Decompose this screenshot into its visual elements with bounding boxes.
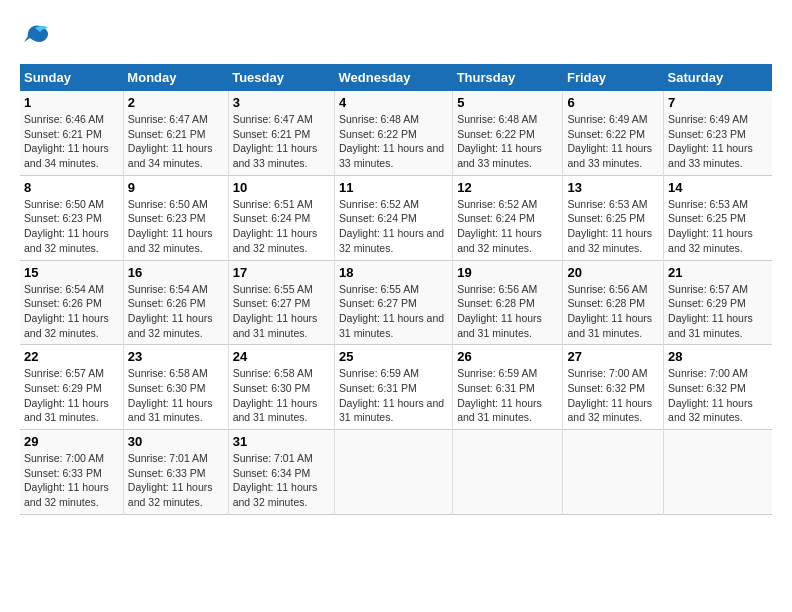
day-info: Sunrise: 7:01 AMSunset: 6:33 PMDaylight:…: [128, 451, 224, 510]
day-info: Sunrise: 6:46 AMSunset: 6:21 PMDaylight:…: [24, 112, 119, 171]
day-cell: 6 Sunrise: 6:49 AMSunset: 6:22 PMDayligh…: [563, 91, 664, 175]
day-cell: 19 Sunrise: 6:56 AMSunset: 6:28 PMDaylig…: [453, 260, 563, 345]
day-cell: 23 Sunrise: 6:58 AMSunset: 6:30 PMDaylig…: [123, 345, 228, 430]
day-number: 1: [24, 95, 119, 110]
day-cell: 29 Sunrise: 7:00 AMSunset: 6:33 PMDaylig…: [20, 430, 123, 515]
day-number: 30: [128, 434, 224, 449]
day-cell: 18 Sunrise: 6:55 AMSunset: 6:27 PMDaylig…: [335, 260, 453, 345]
column-header-wednesday: Wednesday: [335, 64, 453, 91]
page-header: [20, 20, 772, 48]
day-cell: 2 Sunrise: 6:47 AMSunset: 6:21 PMDayligh…: [123, 91, 228, 175]
week-row-4: 22 Sunrise: 6:57 AMSunset: 6:29 PMDaylig…: [20, 345, 772, 430]
day-info: Sunrise: 6:57 AMSunset: 6:29 PMDaylight:…: [668, 282, 768, 341]
day-info: Sunrise: 6:59 AMSunset: 6:31 PMDaylight:…: [457, 366, 558, 425]
day-cell: 4 Sunrise: 6:48 AMSunset: 6:22 PMDayligh…: [335, 91, 453, 175]
day-cell: 24 Sunrise: 6:58 AMSunset: 6:30 PMDaylig…: [228, 345, 334, 430]
day-number: 14: [668, 180, 768, 195]
day-cell: [453, 430, 563, 515]
day-cell: 14 Sunrise: 6:53 AMSunset: 6:25 PMDaylig…: [664, 175, 772, 260]
day-number: 13: [567, 180, 659, 195]
day-info: Sunrise: 6:58 AMSunset: 6:30 PMDaylight:…: [233, 366, 330, 425]
day-cell: 26 Sunrise: 6:59 AMSunset: 6:31 PMDaylig…: [453, 345, 563, 430]
day-info: Sunrise: 6:56 AMSunset: 6:28 PMDaylight:…: [457, 282, 558, 341]
day-number: 16: [128, 265, 224, 280]
day-info: Sunrise: 6:55 AMSunset: 6:27 PMDaylight:…: [233, 282, 330, 341]
day-number: 26: [457, 349, 558, 364]
day-cell: 31 Sunrise: 7:01 AMSunset: 6:34 PMDaylig…: [228, 430, 334, 515]
day-number: 25: [339, 349, 448, 364]
day-info: Sunrise: 6:55 AMSunset: 6:27 PMDaylight:…: [339, 282, 448, 341]
day-info: Sunrise: 6:50 AMSunset: 6:23 PMDaylight:…: [128, 197, 224, 256]
week-row-3: 15 Sunrise: 6:54 AMSunset: 6:26 PMDaylig…: [20, 260, 772, 345]
day-cell: 16 Sunrise: 6:54 AMSunset: 6:26 PMDaylig…: [123, 260, 228, 345]
day-info: Sunrise: 6:53 AMSunset: 6:25 PMDaylight:…: [567, 197, 659, 256]
day-cell: [664, 430, 772, 515]
day-cell: 28 Sunrise: 7:00 AMSunset: 6:32 PMDaylig…: [664, 345, 772, 430]
day-info: Sunrise: 6:50 AMSunset: 6:23 PMDaylight:…: [24, 197, 119, 256]
day-number: 28: [668, 349, 768, 364]
day-number: 8: [24, 180, 119, 195]
day-number: 23: [128, 349, 224, 364]
day-number: 2: [128, 95, 224, 110]
day-info: Sunrise: 7:00 AMSunset: 6:33 PMDaylight:…: [24, 451, 119, 510]
day-info: Sunrise: 6:49 AMSunset: 6:23 PMDaylight:…: [668, 112, 768, 171]
day-number: 6: [567, 95, 659, 110]
day-number: 15: [24, 265, 119, 280]
day-cell: 1 Sunrise: 6:46 AMSunset: 6:21 PMDayligh…: [20, 91, 123, 175]
day-cell: 8 Sunrise: 6:50 AMSunset: 6:23 PMDayligh…: [20, 175, 123, 260]
day-info: Sunrise: 6:57 AMSunset: 6:29 PMDaylight:…: [24, 366, 119, 425]
day-cell: 13 Sunrise: 6:53 AMSunset: 6:25 PMDaylig…: [563, 175, 664, 260]
day-info: Sunrise: 7:00 AMSunset: 6:32 PMDaylight:…: [668, 366, 768, 425]
day-cell: 9 Sunrise: 6:50 AMSunset: 6:23 PMDayligh…: [123, 175, 228, 260]
day-info: Sunrise: 6:51 AMSunset: 6:24 PMDaylight:…: [233, 197, 330, 256]
day-number: 24: [233, 349, 330, 364]
day-number: 11: [339, 180, 448, 195]
day-cell: [563, 430, 664, 515]
day-cell: 20 Sunrise: 6:56 AMSunset: 6:28 PMDaylig…: [563, 260, 664, 345]
day-number: 5: [457, 95, 558, 110]
day-cell: 12 Sunrise: 6:52 AMSunset: 6:24 PMDaylig…: [453, 175, 563, 260]
day-cell: 21 Sunrise: 6:57 AMSunset: 6:29 PMDaylig…: [664, 260, 772, 345]
day-cell: 22 Sunrise: 6:57 AMSunset: 6:29 PMDaylig…: [20, 345, 123, 430]
day-cell: 11 Sunrise: 6:52 AMSunset: 6:24 PMDaylig…: [335, 175, 453, 260]
column-header-tuesday: Tuesday: [228, 64, 334, 91]
day-info: Sunrise: 6:52 AMSunset: 6:24 PMDaylight:…: [339, 197, 448, 256]
day-info: Sunrise: 6:48 AMSunset: 6:22 PMDaylight:…: [457, 112, 558, 171]
day-cell: 5 Sunrise: 6:48 AMSunset: 6:22 PMDayligh…: [453, 91, 563, 175]
day-info: Sunrise: 6:56 AMSunset: 6:28 PMDaylight:…: [567, 282, 659, 341]
day-info: Sunrise: 6:54 AMSunset: 6:26 PMDaylight:…: [24, 282, 119, 341]
day-cell: 25 Sunrise: 6:59 AMSunset: 6:31 PMDaylig…: [335, 345, 453, 430]
day-info: Sunrise: 6:52 AMSunset: 6:24 PMDaylight:…: [457, 197, 558, 256]
day-number: 21: [668, 265, 768, 280]
column-header-saturday: Saturday: [664, 64, 772, 91]
column-header-thursday: Thursday: [453, 64, 563, 91]
day-number: 7: [668, 95, 768, 110]
day-info: Sunrise: 6:48 AMSunset: 6:22 PMDaylight:…: [339, 112, 448, 171]
day-number: 19: [457, 265, 558, 280]
day-cell: 15 Sunrise: 6:54 AMSunset: 6:26 PMDaylig…: [20, 260, 123, 345]
column-header-monday: Monday: [123, 64, 228, 91]
day-cell: 10 Sunrise: 6:51 AMSunset: 6:24 PMDaylig…: [228, 175, 334, 260]
day-info: Sunrise: 6:59 AMSunset: 6:31 PMDaylight:…: [339, 366, 448, 425]
day-info: Sunrise: 6:47 AMSunset: 6:21 PMDaylight:…: [128, 112, 224, 171]
day-number: 18: [339, 265, 448, 280]
day-info: Sunrise: 7:00 AMSunset: 6:32 PMDaylight:…: [567, 366, 659, 425]
day-info: Sunrise: 6:58 AMSunset: 6:30 PMDaylight:…: [128, 366, 224, 425]
day-info: Sunrise: 6:53 AMSunset: 6:25 PMDaylight:…: [668, 197, 768, 256]
day-info: Sunrise: 6:54 AMSunset: 6:26 PMDaylight:…: [128, 282, 224, 341]
day-number: 3: [233, 95, 330, 110]
column-header-friday: Friday: [563, 64, 664, 91]
day-number: 31: [233, 434, 330, 449]
day-info: Sunrise: 6:49 AMSunset: 6:22 PMDaylight:…: [567, 112, 659, 171]
day-number: 10: [233, 180, 330, 195]
day-cell: 17 Sunrise: 6:55 AMSunset: 6:27 PMDaylig…: [228, 260, 334, 345]
day-number: 4: [339, 95, 448, 110]
day-number: 29: [24, 434, 119, 449]
day-number: 12: [457, 180, 558, 195]
column-header-sunday: Sunday: [20, 64, 123, 91]
day-number: 27: [567, 349, 659, 364]
day-info: Sunrise: 7:01 AMSunset: 6:34 PMDaylight:…: [233, 451, 330, 510]
week-row-5: 29 Sunrise: 7:00 AMSunset: 6:33 PMDaylig…: [20, 430, 772, 515]
day-cell: [335, 430, 453, 515]
day-cell: 27 Sunrise: 7:00 AMSunset: 6:32 PMDaylig…: [563, 345, 664, 430]
